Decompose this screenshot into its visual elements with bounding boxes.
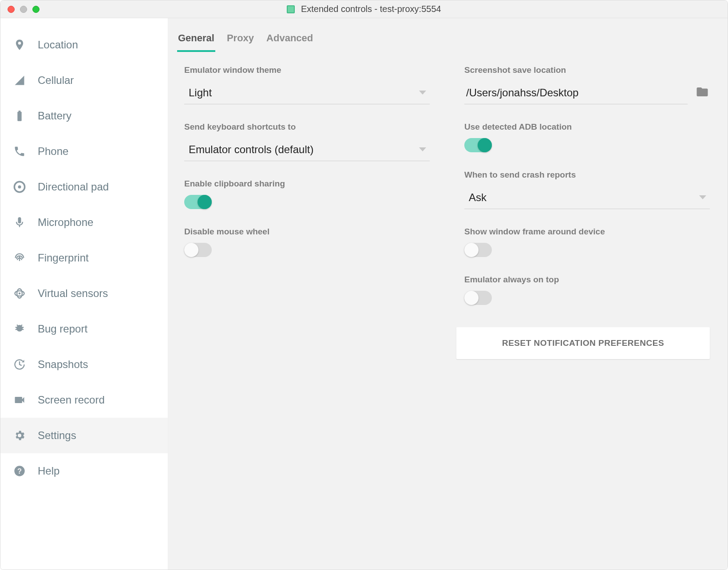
sidebar-item-battery[interactable]: Battery — [0, 98, 168, 134]
sidebar-item-label: Help — [38, 465, 59, 477]
sidebar-item-microphone[interactable]: Microphone — [0, 205, 168, 240]
sidebar-item-label: Settings — [38, 429, 76, 442]
screenshot-path[interactable]: /Users/jonahss/Desktop — [464, 81, 688, 104]
window-title-text: Extended controls - test-proxy:5554 — [301, 4, 441, 14]
sidebar-item-snapshots[interactable]: Snapshots — [0, 347, 168, 382]
sidebar-item-label: Virtual sensors — [38, 287, 108, 300]
field-label: Show window frame around device — [464, 227, 710, 237]
field-label: Screenshot save location — [464, 65, 710, 75]
svg-point-1 — [18, 186, 21, 189]
close-window-button[interactable] — [8, 6, 15, 13]
chevron-down-icon — [699, 195, 706, 199]
field-shortcuts: Send keyboard shortcuts to Emulator cont… — [176, 122, 430, 161]
settings-tabs: General Proxy Advanced — [176, 29, 710, 52]
mousewheel-toggle[interactable] — [184, 243, 212, 257]
field-label: Emulator always on top — [464, 275, 710, 285]
sidebar-item-screen-record[interactable]: Screen record — [0, 382, 168, 418]
sidebar-item-label: Fingerprint — [38, 252, 89, 264]
help-icon: ? — [13, 464, 26, 478]
field-mousewheel: Disable mouse wheel — [176, 227, 430, 257]
gear-icon — [13, 429, 26, 442]
titlebar: Extended controls - test-proxy:5554 — [0, 0, 728, 18]
battery-icon — [13, 109, 26, 123]
window-title: Extended controls - test-proxy:5554 — [0, 4, 728, 14]
settings-col-left: Emulator window theme Light Send keyboar… — [176, 65, 430, 359]
window-controls — [8, 6, 40, 13]
sidebar-item-label: Snapshots — [38, 358, 88, 371]
sidebar-item-phone[interactable]: Phone — [0, 134, 168, 169]
field-label: Send keyboard shortcuts to — [184, 122, 430, 132]
sidebar-item-virtual-sensors[interactable]: Virtual sensors — [0, 276, 168, 311]
field-label: Emulator window theme — [184, 65, 430, 75]
app-icon — [287, 5, 295, 13]
sidebar: Location Cellular Battery Phone Directio… — [0, 18, 168, 570]
sidebar-item-label: Bug report — [38, 323, 87, 335]
window: Extended controls - test-proxy:5554 Loca… — [0, 0, 728, 570]
crash-select[interactable]: Ask — [464, 186, 710, 209]
bug-icon — [13, 322, 26, 336]
field-label: Disable mouse wheel — [184, 227, 430, 237]
sidebar-item-label: Directional pad — [38, 181, 109, 193]
sidebar-item-settings[interactable]: Settings — [0, 418, 168, 453]
field-label: Enable clipboard sharing — [184, 179, 430, 189]
sidebar-item-label: Phone — [38, 145, 68, 158]
field-label: Use detected ADB location — [464, 122, 710, 132]
snapshot-icon — [13, 358, 26, 371]
field-label: When to send crash reports — [464, 170, 710, 180]
body: Location Cellular Battery Phone Directio… — [0, 18, 728, 570]
sidebar-item-location[interactable]: Location — [0, 27, 168, 63]
field-crash: When to send crash reports Ask — [456, 170, 710, 209]
record-icon — [13, 393, 26, 407]
chevron-down-icon — [419, 91, 426, 95]
main-panel: General Proxy Advanced Emulator window t… — [168, 18, 728, 570]
sidebar-item-cellular[interactable]: Cellular — [0, 63, 168, 98]
always-on-top-toggle[interactable] — [464, 291, 492, 305]
tab-advanced[interactable]: Advanced — [265, 29, 314, 52]
crash-value: Ask — [469, 191, 487, 204]
svg-text:?: ? — [17, 467, 22, 475]
svg-point-2 — [19, 293, 21, 295]
sidebar-item-label: Location — [38, 39, 78, 51]
field-screenshot-location: Screenshot save location /Users/jonahss/… — [456, 65, 710, 104]
field-window-frame: Show window frame around device — [456, 227, 710, 257]
phone-icon — [13, 145, 26, 158]
chevron-down-icon — [419, 147, 426, 151]
dpad-icon — [13, 180, 26, 194]
shortcuts-select[interactable]: Emulator controls (default) — [184, 138, 430, 161]
sidebar-item-label: Cellular — [38, 74, 74, 87]
field-always-on-top: Emulator always on top — [456, 275, 710, 305]
sidebar-item-label: Microphone — [38, 216, 93, 229]
microphone-icon — [13, 216, 26, 229]
field-theme: Emulator window theme Light — [176, 65, 430, 104]
fingerprint-icon — [13, 251, 26, 265]
cellular-signal-icon — [13, 74, 26, 87]
sidebar-item-label: Battery — [38, 110, 71, 122]
sidebar-item-directional-pad[interactable]: Directional pad — [0, 169, 168, 205]
zoom-window-button[interactable] — [32, 6, 40, 13]
shortcuts-value: Emulator controls (default) — [189, 143, 313, 156]
minimize-window-button[interactable] — [20, 6, 27, 13]
sensors-icon — [13, 287, 26, 300]
browse-folder-button[interactable] — [695, 85, 710, 100]
sidebar-item-bug-report[interactable]: Bug report — [0, 311, 168, 347]
reset-notification-button[interactable]: RESET NOTIFICATION PREFERENCES — [456, 327, 710, 359]
theme-select[interactable]: Light — [184, 81, 430, 104]
field-adb: Use detected ADB location — [456, 122, 710, 152]
settings-col-right: Screenshot save location /Users/jonahss/… — [456, 65, 710, 359]
window-frame-toggle[interactable] — [464, 243, 492, 257]
adb-toggle[interactable] — [464, 138, 492, 152]
sidebar-item-fingerprint[interactable]: Fingerprint — [0, 240, 168, 276]
sidebar-item-label: Screen record — [38, 394, 105, 406]
settings-columns: Emulator window theme Light Send keyboar… — [176, 65, 710, 359]
location-pin-icon — [13, 38, 26, 51]
sidebar-item-help[interactable]: ? Help — [0, 453, 168, 489]
clipboard-toggle[interactable] — [184, 195, 212, 209]
theme-value: Light — [189, 87, 212, 99]
field-clipboard: Enable clipboard sharing — [176, 179, 430, 209]
tab-general[interactable]: General — [177, 29, 215, 52]
tab-proxy[interactable]: Proxy — [226, 29, 255, 52]
